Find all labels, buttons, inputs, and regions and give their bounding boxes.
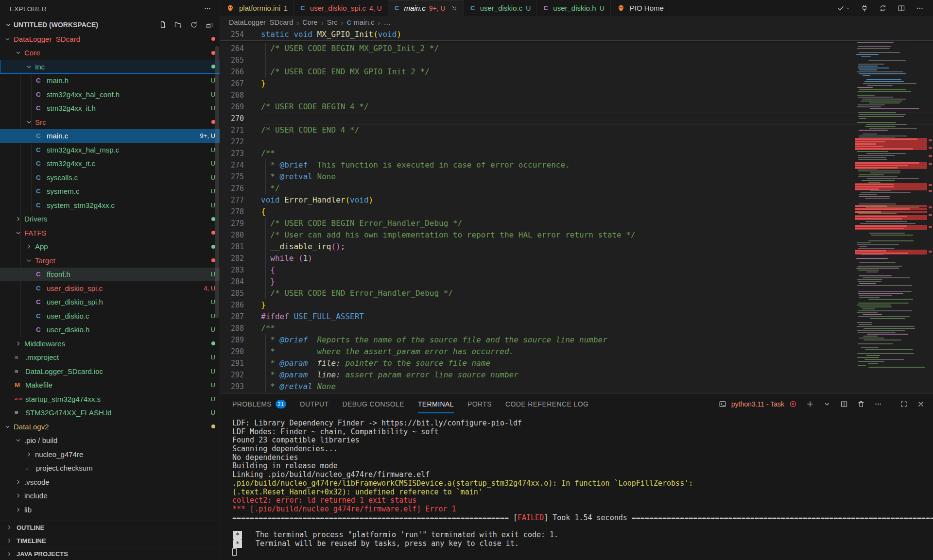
tree-folder-include[interactable]: include (0, 489, 220, 503)
explorer-more-icon[interactable] (202, 3, 213, 14)
more-actions-icon[interactable] (915, 3, 925, 14)
panel-tab-terminal[interactable]: TERMINAL (418, 394, 454, 414)
tree-file-stm32g474xx-flash-ld[interactable]: ≡STM32G474XX_FLASH.ldU (0, 406, 220, 420)
code-editor[interactable]: 254static void MX_GPIO_Init(void) 264 /*… (220, 29, 933, 393)
tree-file-system-stm32g4xx-c[interactable]: Csystem_stm32g4xx.cU (0, 198, 220, 212)
line-number[interactable]: 271 (220, 124, 244, 136)
close-panel-icon[interactable] (916, 399, 926, 409)
line-number[interactable]: 267 (220, 78, 244, 89)
tree-file-stm32g4xx-it-c[interactable]: Cstm32g4xx_it.cU (0, 157, 220, 171)
minimap[interactable] (855, 29, 927, 373)
tree-folder-src[interactable]: Src (0, 115, 220, 129)
line-number[interactable]: 287 (220, 311, 244, 322)
breadcrumb-item-core[interactable]: Core (302, 18, 317, 26)
refresh-explorer-icon[interactable] (189, 19, 199, 30)
line-number[interactable]: 282 (220, 253, 244, 264)
new-folder-icon[interactable] (173, 19, 184, 30)
line-number[interactable]: 281 (220, 241, 244, 253)
line-number[interactable]: 277 (220, 194, 244, 206)
tree-folder-datalogger-sdcard[interactable]: DataLogger_SDcard (0, 32, 220, 46)
tree-folder-lib[interactable]: lib (0, 503, 220, 517)
tree-folder-fatfs[interactable]: FATFS (0, 226, 220, 240)
line-number[interactable]: 286 (220, 299, 244, 311)
tree-file-user-diskio-spi-c[interactable]: Cuser_diskio_spi.c4, U (0, 281, 220, 295)
line-number[interactable]: 289 (220, 334, 244, 346)
line-number[interactable]: 274 (220, 159, 244, 171)
sidebar-section-timeline[interactable]: TIMELINE (0, 534, 220, 547)
sidebar-scrollbar[interactable] (215, 46, 219, 318)
line-number[interactable]: 269 (220, 101, 244, 113)
panel-tab-debug-console[interactable]: DEBUG CONSOLE (343, 394, 404, 414)
line-number[interactable]: 279 (220, 218, 244, 229)
tree-folder-app[interactable]: App (0, 240, 220, 254)
line-number[interactable]: 254 (220, 29, 244, 40)
terminal-tab[interactable]: python3.11 - Task (717, 399, 798, 409)
split-editor-icon[interactable] (896, 3, 907, 14)
tree-folder-drivers[interactable]: Drivers (0, 212, 220, 226)
new-file-icon[interactable] (157, 19, 168, 30)
tree-file-makefile[interactable]: MMakefileU (0, 378, 220, 392)
tree-file-startup-stm32g474xx-s[interactable]: ASMstartup_stm32g474xx.sU (0, 392, 220, 406)
tree-folder-middlewares[interactable]: Middlewares (0, 337, 220, 351)
line-number[interactable]: 280 (220, 229, 244, 241)
tree-file-main-h[interactable]: Cmain.hU (0, 74, 220, 88)
panel-tab-ports[interactable]: PORTS (467, 394, 492, 414)
line-number[interactable]: 270 (220, 113, 244, 124)
line-number[interactable]: 273 (220, 148, 244, 159)
line-number[interactable]: 284 (220, 276, 244, 288)
collapse-folders-icon[interactable] (204, 19, 215, 30)
line-number[interactable]: 293 (220, 381, 244, 392)
tree-file-sysmem-c[interactable]: Csysmem.cU (0, 185, 220, 199)
breadcrumb-item-src[interactable]: Src (327, 18, 338, 26)
terminal-output[interactable]: LDF: Library Dependency Finder -> https:… (220, 414, 933, 560)
line-number[interactable]: 291 (220, 357, 244, 369)
tree-file-project-checksum[interactable]: ≡project.checksum (0, 461, 220, 475)
sticky-scroll-line[interactable]: 254static void MX_GPIO_Init(void) (220, 29, 933, 41)
sidebar-section-outline[interactable]: OUTLINE (0, 521, 220, 534)
launch-profile-chevron-icon[interactable] (822, 399, 832, 409)
sync-icon[interactable] (878, 3, 888, 14)
line-number[interactable]: 283 (220, 264, 244, 276)
line-number[interactable]: 285 (220, 288, 244, 299)
tab-user-diskio-h[interactable]: Cuser_diskio.hU (537, 0, 611, 16)
tree-folder-core[interactable]: Core (0, 46, 220, 60)
panel-tab-output[interactable]: OUTPUT (300, 394, 329, 414)
tree-file-stm32g4xx-it-h[interactable]: Cstm32g4xx_it.hU (0, 102, 220, 116)
tab-close-icon[interactable] (451, 5, 458, 12)
line-number[interactable]: 265 (220, 54, 244, 66)
kill-terminal-icon[interactable] (856, 399, 866, 409)
tree-folder-inc[interactable]: Inc (0, 60, 220, 74)
line-number[interactable]: 290 (220, 346, 244, 357)
line-number[interactable]: 266 (220, 66, 244, 78)
serial-monitor-plug-icon[interactable] (859, 3, 870, 14)
tree-folder-vscode[interactable]: .vscode (0, 475, 220, 489)
tree-file-datalogger-sdcard-ioc[interactable]: ≡DataLogger_SDcard.iocU (0, 364, 220, 378)
line-number[interactable]: 275 (220, 171, 244, 183)
split-terminal-icon[interactable] (839, 399, 849, 409)
line-number[interactable]: 278 (220, 206, 244, 218)
tree-folder-nucleo-g474re[interactable]: nucleo_g474re (0, 447, 220, 461)
line-number[interactable]: 276 (220, 183, 244, 194)
tree-file-main-c[interactable]: Cmain.c9+, U (0, 129, 220, 143)
tree-file-stm32g4xx-hal-msp-c[interactable]: Cstm32g4xx_hal_msp.cU (0, 143, 220, 157)
line-number[interactable]: 272 (220, 136, 244, 148)
tab-main-c[interactable]: Cmain.c9+, U (388, 0, 464, 16)
tree-file-ffconf-h[interactable]: Cffconf.hU (0, 268, 220, 282)
tree-file-syscalls-c[interactable]: Csyscalls.cU (0, 170, 220, 185)
panel-tab-code-reference-log[interactable]: CODE REFERENCE LOG (505, 394, 588, 414)
panel-tab-problems[interactable]: PROBLEMS21 (232, 394, 286, 414)
tree-folder-target[interactable]: Target (0, 254, 220, 268)
tree-folder-datalogv2[interactable]: DataLogv2 (0, 420, 220, 434)
line-number[interactable]: 292 (220, 369, 244, 381)
tree-file-stm32g4xx-hal-conf-h[interactable]: Cstm32g4xx_hal_conf.hU (0, 87, 220, 102)
tab-platformio-ini[interactable]: platformio.ini1 (220, 0, 294, 16)
panel-more-icon[interactable] (873, 399, 883, 409)
workspace-header[interactable]: UNTITLED (WORKSPACE) (0, 17, 220, 32)
line-number[interactable]: 264 (220, 43, 244, 54)
tab-pio-home[interactable]: PIO Home (611, 0, 670, 16)
run-task-icon[interactable] (836, 3, 851, 14)
breadcrumb-item-datalogger-sdcard[interactable]: DataLogger_SDcard (229, 18, 293, 26)
breadcrumb-item-main-c[interactable]: Cmain.c (346, 18, 374, 26)
tree-file-user-diskio-c[interactable]: Cuser_diskio.cU (0, 309, 220, 323)
breadcrumb-item-[interactable]: … (384, 18, 391, 26)
